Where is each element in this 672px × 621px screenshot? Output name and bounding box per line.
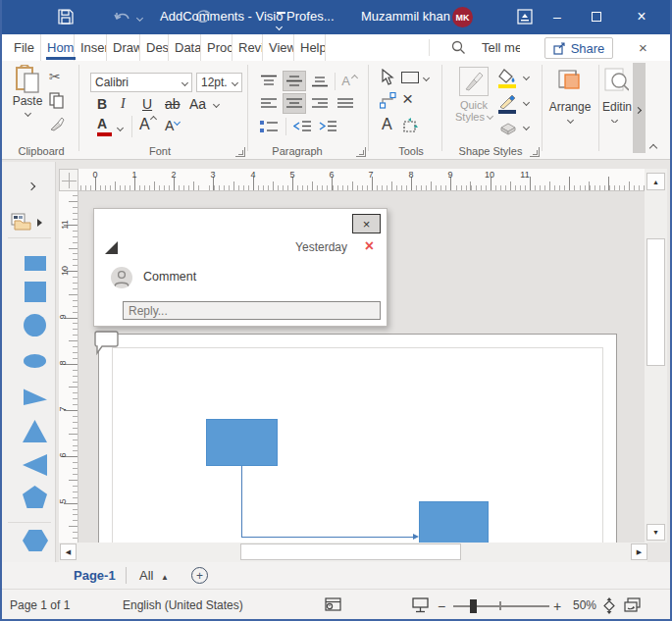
zoom-level[interactable]: 50% (573, 598, 596, 612)
undo-icon[interactable] (114, 9, 133, 25)
italic-button[interactable]: I (121, 96, 126, 112)
tab-data[interactable]: Data (169, 34, 201, 61)
effects-dropdown-icon[interactable] (523, 124, 530, 130)
comment-popup-close-button[interactable]: × (352, 214, 381, 233)
tab-review[interactable]: Review (233, 34, 263, 61)
fill-color-button[interactable] (498, 69, 518, 88)
strikethrough-button[interactable]: ab (165, 96, 181, 112)
presentation-mode-icon[interactable] (412, 597, 429, 613)
connector-horizontal-segment[interactable] (241, 537, 414, 538)
zoom-in-button[interactable]: + (553, 598, 561, 614)
increase-indent-button[interactable] (316, 116, 339, 136)
cut-button[interactable]: ✂ (49, 69, 61, 84)
bullets-button[interactable] (257, 116, 281, 136)
line-dropdown-icon[interactable] (523, 99, 530, 106)
align-bottom-button[interactable] (308, 71, 332, 91)
rectangle-tool-button[interactable] (401, 72, 419, 83)
reply-input[interactable] (123, 301, 381, 320)
fill-dropdown-icon[interactable] (523, 74, 530, 80)
ribbon-display-options-icon[interactable] (517, 9, 533, 25)
scroll-right-button[interactable]: ▶ (631, 543, 647, 560)
scroll-down-button[interactable]: ▼ (646, 524, 665, 541)
undo-dropdown-icon[interactable] (136, 15, 143, 22)
grow-font-button[interactable]: A (139, 116, 156, 133)
bold-button[interactable]: B (97, 96, 107, 112)
underline-button[interactable]: U (142, 96, 152, 112)
font-size-select[interactable]: 12pt. (196, 73, 242, 92)
stencil-shape-circle[interactable] (24, 314, 46, 336)
zoom-slider-thumb[interactable] (470, 599, 477, 613)
save-icon[interactable] (57, 8, 75, 26)
search-icon[interactable] (451, 40, 466, 55)
rectangle-tool-dropdown-icon[interactable] (423, 75, 430, 81)
decrease-indent-button[interactable] (290, 116, 314, 136)
quick-styles-button[interactable]: Quick Styles (453, 67, 494, 123)
format-painter-button[interactable] (49, 116, 65, 131)
expand-shapes-panel-icon[interactable] (27, 182, 35, 190)
tell-me-button[interactable]: Tell me (476, 34, 520, 61)
delete-comment-button[interactable]: × (365, 237, 374, 255)
align-left-button[interactable] (257, 93, 281, 114)
stencil-shape-ellipse[interactable] (24, 354, 46, 368)
tab-process[interactable]: Process (201, 34, 233, 61)
font-family-select[interactable]: Calibri (90, 73, 192, 92)
avatar[interactable]: MK (452, 7, 473, 27)
connector-tool-button[interactable] (380, 92, 396, 109)
text-tool-button[interactable]: A (382, 116, 392, 133)
comment-indicator-icon[interactable] (94, 330, 121, 355)
text-direction-button[interactable]: A (337, 71, 361, 91)
macro-record-icon[interactable] (325, 597, 341, 612)
transform-tool-button[interactable] (401, 118, 418, 133)
horizontal-scroll-thumb[interactable] (240, 543, 461, 560)
pointer-tool-button[interactable] (381, 69, 394, 85)
canvas-shape-rectangle-2[interactable] (419, 501, 489, 543)
editing-button[interactable]: Editing (602, 67, 632, 123)
paragraph-dialog-launcher[interactable] (356, 147, 366, 157)
all-pages-button[interactable]: All ▲ (139, 568, 169, 583)
page-indicator[interactable]: Page 1 of 1 (10, 598, 70, 612)
font-color-dropdown-icon[interactable] (117, 125, 124, 131)
font-dialog-launcher[interactable] (235, 147, 245, 157)
stencil-flyout-arrow-icon[interactable] (37, 219, 42, 227)
change-case-button[interactable]: Aa (189, 96, 219, 112)
close-window-button[interactable]: × (630, 6, 653, 27)
align-center-button[interactable] (283, 93, 306, 114)
stencil-shape-right-triangle[interactable] (24, 388, 47, 405)
signed-in-user[interactable]: Muzammil khan (361, 9, 450, 24)
vertical-scrollbar[interactable]: ▲ ▼ (645, 169, 667, 543)
font-color-button[interactable]: A (97, 116, 112, 136)
ribbon-scroll-strip[interactable] (633, 63, 646, 153)
tab-help[interactable]: Help (294, 34, 326, 61)
canvas-shape-rectangle-1[interactable] (206, 419, 278, 466)
tab-design[interactable]: Design (140, 34, 169, 61)
share-button[interactable]: Share (544, 37, 613, 59)
tab-view[interactable]: View (263, 34, 294, 61)
vertical-scroll-thumb[interactable] (646, 238, 665, 366)
page-tab-page1[interactable]: Page-1 (74, 568, 116, 583)
tab-insert[interactable]: Insert (75, 34, 107, 61)
minimize-button[interactable]: – (545, 6, 569, 27)
stencil-shape-rectangle[interactable] (25, 256, 46, 271)
effects-button[interactable] (498, 120, 518, 135)
align-middle-button[interactable] (283, 71, 306, 91)
line-color-button[interactable] (498, 94, 518, 114)
maximize-button[interactable] (585, 6, 608, 27)
stencil-shape-square[interactable] (25, 282, 46, 302)
horizontal-scrollbar[interactable]: ◀ ▶ (59, 543, 647, 562)
align-right-button[interactable] (308, 93, 332, 114)
drawing-page[interactable] (98, 334, 617, 543)
shrink-font-button[interactable]: A (165, 118, 180, 133)
stencil-shape-hexagon[interactable] (23, 530, 48, 551)
stencil-shape-left-triangle[interactable] (23, 454, 47, 476)
scroll-up-button[interactable]: ▲ (646, 173, 665, 190)
stencil-shape-triangle[interactable] (23, 420, 47, 442)
tab-draw[interactable]: Draw (107, 34, 140, 61)
language-indicator[interactable]: English (United States) (123, 598, 243, 612)
connector-vertical-segment[interactable] (241, 466, 242, 537)
scroll-left-button[interactable]: ◀ (60, 543, 77, 560)
zoom-slider-track[interactable] (453, 605, 549, 607)
justify-button[interactable] (334, 93, 357, 114)
shape-styles-dialog-launcher[interactable] (530, 147, 540, 157)
insert-page-button[interactable]: + (191, 567, 208, 584)
connection-point-tool-button[interactable]: × (402, 88, 413, 110)
